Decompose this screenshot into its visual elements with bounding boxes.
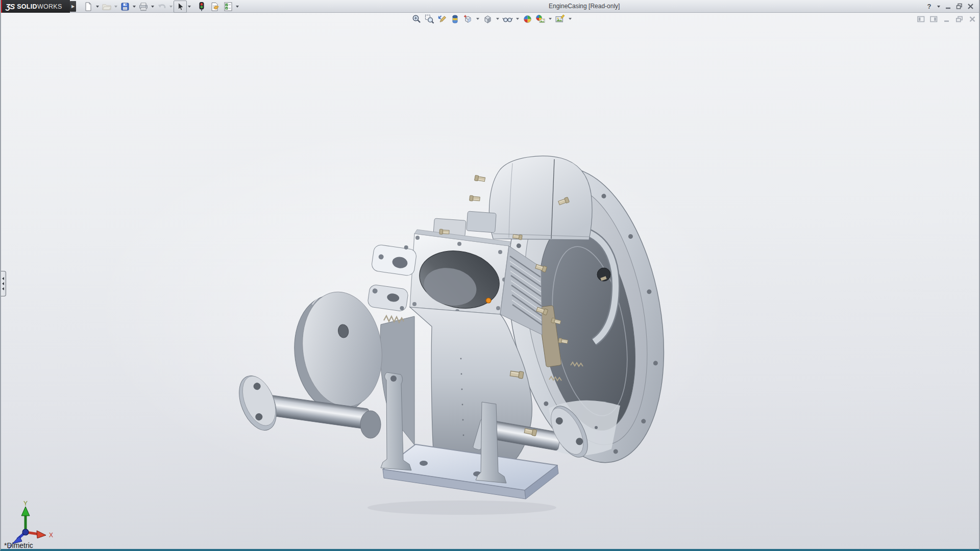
zoom-to-fit-button[interactable] <box>411 14 422 24</box>
apply-scene-dropdown[interactable] <box>547 14 553 24</box>
pane-left-button[interactable] <box>916 15 926 23</box>
collapse-arrow-icon <box>2 277 4 280</box>
feature-panel-collapsed-tab[interactable] <box>1 271 6 296</box>
restore-icon <box>955 3 963 10</box>
base-plate[interactable] <box>383 444 558 499</box>
logo-text-light: WORKS <box>37 3 62 10</box>
previous-view-icon <box>437 14 447 24</box>
doc-minimize-icon <box>943 16 950 22</box>
hide-show-items-button[interactable] <box>502 14 513 24</box>
rebuild-button[interactable] <box>195 1 208 13</box>
collapse-arrow-icon <box>2 282 4 285</box>
doc-close-button[interactable] <box>967 15 977 23</box>
apply-scene-button[interactable] <box>534 14 546 24</box>
file-properties-button[interactable] <box>208 1 222 13</box>
printer-icon <box>138 2 149 12</box>
titlebar-controls: ? <box>925 0 975 13</box>
undo-button[interactable] <box>155 1 168 13</box>
new-document-dropdown[interactable] <box>95 1 100 12</box>
minimize-icon <box>944 3 952 10</box>
hide-show-items-dropdown[interactable] <box>514 14 520 24</box>
select-cursor-icon <box>175 2 185 12</box>
pane-right-button[interactable] <box>929 15 939 23</box>
save-button[interactable] <box>118 1 132 13</box>
select-dropdown[interactable] <box>187 1 192 12</box>
triad-x-label: X <box>49 532 53 539</box>
view-orientation-button[interactable] <box>462 14 473 24</box>
view-orientation-label: *Dimetric <box>4 541 33 549</box>
selection-marker-dot[interactable] <box>486 298 491 303</box>
glasses-icon <box>502 14 513 24</box>
menu-flyout-button[interactable]: ▶ <box>70 1 76 12</box>
doc-restore-button[interactable] <box>954 15 964 23</box>
close-icon-button[interactable] <box>966 2 975 11</box>
standard-toolbar <box>82 1 240 12</box>
doc-restore-icon <box>955 16 963 22</box>
ground-shadow <box>368 500 556 515</box>
headsup-view-toolbar <box>411 14 573 24</box>
appearance-ball-icon <box>523 14 532 24</box>
new-document-button[interactable] <box>82 1 95 13</box>
edit-appearance-button[interactable] <box>522 14 533 24</box>
previous-view-button[interactable] <box>436 14 448 24</box>
display-style-cube-icon <box>483 14 493 24</box>
title-bar: ƷS SOLIDWORKS ▶ <box>0 0 980 13</box>
pane-left-icon <box>917 16 925 22</box>
doc-minimize-button[interactable] <box>942 15 951 23</box>
section-view-button[interactable] <box>449 14 460 24</box>
apply-scene-icon <box>535 14 545 24</box>
select-button[interactable] <box>174 1 187 13</box>
undo-dropdown[interactable] <box>168 1 174 12</box>
display-style-dropdown[interactable] <box>495 14 500 24</box>
display-style-button[interactable] <box>482 14 493 24</box>
options-button[interactable] <box>222 1 235 13</box>
help-button[interactable]: ? <box>925 2 934 11</box>
print-dropdown[interactable] <box>150 1 155 12</box>
carb-flange-lower[interactable] <box>367 284 408 312</box>
zoom-to-fit-icon <box>412 14 422 24</box>
section-view-icon <box>450 14 460 24</box>
view-settings-icon <box>555 14 565 24</box>
open-button[interactable] <box>100 1 113 13</box>
view-orientation-cube-icon <box>463 14 473 24</box>
triad-y-label: Y <box>23 500 28 507</box>
help-dropdown[interactable] <box>936 1 941 12</box>
solidworks-logo-icon: ƷS <box>6 2 14 11</box>
graphics-viewport[interactable]: Y X Z *Dimetric <box>1 13 979 549</box>
solidworks-logo: ƷS SOLIDWORKS <box>2 0 70 13</box>
save-dropdown[interactable] <box>132 1 137 12</box>
magneto-cover[interactable] <box>489 156 592 240</box>
view-settings-button[interactable] <box>554 14 566 24</box>
document-title: EngineCasing [Read-only] <box>549 3 620 10</box>
view-orientation-dropdown[interactable] <box>475 14 480 24</box>
options-dropdown[interactable] <box>235 1 240 12</box>
open-folder-icon <box>102 2 112 12</box>
close-icon <box>967 3 974 10</box>
zoom-to-area-icon <box>425 14 434 24</box>
doc-close-icon <box>969 16 976 22</box>
undo-arrow-icon <box>157 2 167 12</box>
save-floppy-icon <box>120 2 130 12</box>
traffic-light-icon <box>197 2 207 12</box>
new-document-icon <box>83 2 93 12</box>
restore-button[interactable] <box>955 2 964 11</box>
carb-flange-upper[interactable] <box>371 241 418 276</box>
open-dropdown[interactable] <box>113 1 118 12</box>
solidworks-window: ƷS SOLIDWORKS ▶ <box>0 0 980 551</box>
document-window-controls <box>916 15 977 23</box>
pane-right-icon <box>930 16 938 22</box>
options-checklist-icon <box>223 2 233 12</box>
model-3d-view[interactable] <box>1 13 979 549</box>
file-properties-icon <box>210 2 220 12</box>
minimize-button[interactable] <box>944 2 952 11</box>
logo-text-bold: SOLID <box>17 3 37 10</box>
print-button[interactable] <box>137 1 150 13</box>
view-settings-dropdown[interactable] <box>567 14 573 24</box>
collapse-arrow-icon <box>2 287 4 290</box>
zoom-to-area-button[interactable] <box>424 14 435 24</box>
